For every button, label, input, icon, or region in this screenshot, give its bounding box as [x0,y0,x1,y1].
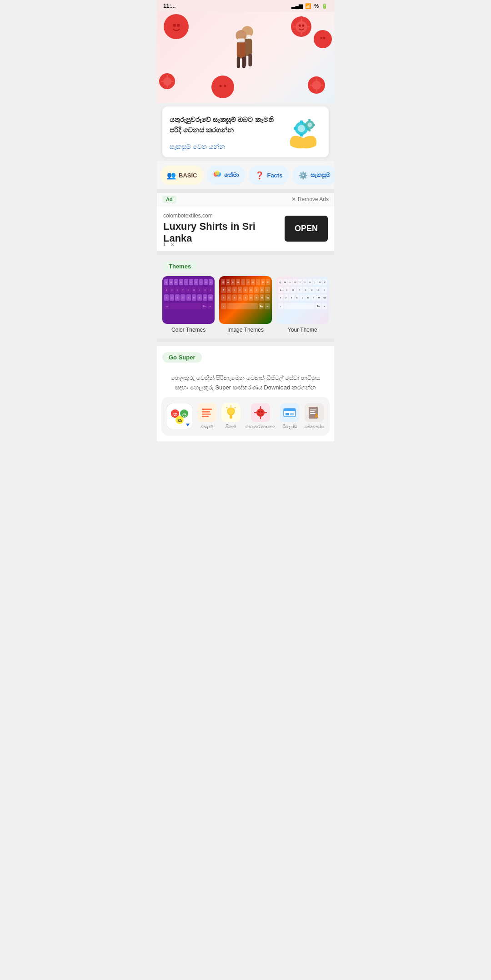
svg-point-82 [227,408,235,415]
kb-key: W [226,279,230,285]
svg-point-38 [312,81,321,90]
themes-section-label: Themes [162,261,197,272]
battery-icon: 🔋 [321,3,328,9]
kb-key: O [204,279,208,285]
apps-row: හ ල ක [161,397,330,436]
kb-key: H [192,287,196,293]
kb-key: N [311,294,316,301]
svg-line-85 [235,407,235,408]
kb-key: E [174,279,178,285]
kb-key: ↵ [322,303,327,309]
svg-rect-50 [237,56,240,68]
svg-text:හ: හ [173,411,177,417]
kb-key: ↵ [265,303,270,309]
kb-key: D [232,287,237,293]
svg-point-31 [216,81,229,93]
svg-point-1 [169,20,183,34]
kb-key: E [288,279,292,285]
kb-key: En [316,303,321,309]
kb-key: F [180,287,185,293]
svg-line-6 [168,19,171,21]
image-theme-preview: Q W E R T Y U I O P A S D [219,276,271,324]
kb-key: ⌫ [265,294,270,301]
app-item-corona[interactable]: කොරෝනා තත [246,403,276,429]
kb-key: ? [278,303,283,309]
ad-banner-info: colombotextiles.com Luxury Shirts in Sri… [163,212,285,244]
info-card: යතුරුපුවරුවේ සෑකසූම් ඔබට කෑමති පරිදි වෙන… [162,106,329,157]
svg-rect-83 [230,415,232,419]
close-small-icon: ✕ [291,196,296,202]
go-super-description: හෙලකුරු වෙතින් පිරිනැමෙන වෙනත් ඩිජිටල් ස… [157,367,334,397]
kb-key: N [197,294,202,301]
kb-key: C [295,294,299,301]
kb-key: ⇧ [278,294,283,301]
kb-key: S [227,287,231,293]
theme-card-color[interactable]: Q W E R T Y U I O P A S D [162,276,215,333]
app-item-sithat[interactable]: සිතත් [221,403,240,429]
kb-key: F [238,287,242,293]
divider-1 [157,189,334,193]
kb-key: H [309,287,315,293]
nav-btn-basic[interactable]: 👥 BASIC [160,166,203,185]
app-item-reloadi[interactable]: රීලෝඩ් [280,403,299,429]
kb-key: Q [164,279,168,285]
ad-domain: colombotextiles.com [163,212,285,219]
ad-info-icon[interactable]: ℹ [163,241,165,247]
reloadi-label: රීලෝඩ් [283,424,297,429]
theme-card-image[interactable]: Q W E R T Y U I O P A S D [219,276,271,333]
ad-banner: colombotextiles.com Luxury Shirts in Sri… [157,206,334,251]
corona-label: කොරෝනා තත [246,424,276,429]
kb-key: X [232,294,237,301]
settings-icon: ⚙️ [299,171,308,180]
svg-text:ක: ක [177,418,182,423]
kb-key: C [180,294,185,301]
basic-icon: 👥 [167,171,176,180]
app-item-esana[interactable]: එසැණ [197,403,216,429]
kb-key: H [249,287,253,293]
ad-open-button[interactable]: OPEN [285,216,328,242]
kb-key: O [261,279,265,285]
app-item-shabdakosha[interactable]: A ශබ්දකෝෂ [304,403,324,429]
nav-btn-theme[interactable]: තේමා [207,166,245,185]
kb-key: X [175,294,180,301]
kb-key: R [293,279,297,285]
gear-illustration [285,115,321,151]
kb-key: I [313,279,317,285]
kb-key: S [284,287,290,293]
nav-btn-facts[interactable]: ❓ Facts [249,166,289,185]
kb-key: M [317,294,321,301]
svg-point-94 [261,411,263,413]
app-item-helakuru[interactable]: හ ල ක [167,404,192,429]
svg-rect-46 [248,54,252,66]
nav-btn-settings[interactable]: ⚙️ සෑකසූම් [292,166,334,185]
virus-decoration-1 [164,14,189,39]
nav-btn-theme-label: තේමා [224,172,239,179]
virus-decoration-3 [314,30,332,48]
kb-key: F [297,287,302,293]
kb-key: B [249,294,253,301]
info-card-title: යතුරුපුවරුවේ සෑකසූම් ඔබට කෑමති පරිදි වෙන… [170,115,281,135]
kb-key: ⇧ [164,294,169,301]
svg-rect-52 [237,38,245,42]
kb-key: X [289,294,294,301]
svg-point-12 [296,21,307,32]
svg-rect-99 [290,413,294,415]
image-theme-label: Image Themes [227,327,264,333]
kb-key: P [323,279,327,285]
kb-key: ⌫ [322,294,327,301]
ad-close-icon[interactable]: ✕ [170,242,175,248]
info-card-link[interactable]: සෑකසූම් වෙත යන්න [170,143,225,150]
sithat-icon [221,403,240,422]
info-card-text: යතුරුපුවරුවේ සෑකසූම් ඔබට කෑමති පරිදි වෙන… [170,115,285,151]
svg-point-10 [173,24,176,27]
svg-point-36 [220,85,222,87]
svg-rect-64 [313,124,315,126]
remove-ads-button[interactable]: ✕ Remove Ads [291,196,329,202]
kb-key: M [203,294,207,301]
kb-key: V [300,294,305,301]
theme-card-your[interactable]: Q W E R T Y U I O P A S D [276,276,329,333]
status-icons: ▂▄▆ 📶 % 🔋 [291,3,328,9]
kb-key: K [260,287,264,293]
virus-decoration-6 [308,76,325,94]
svg-rect-79 [202,414,211,415]
